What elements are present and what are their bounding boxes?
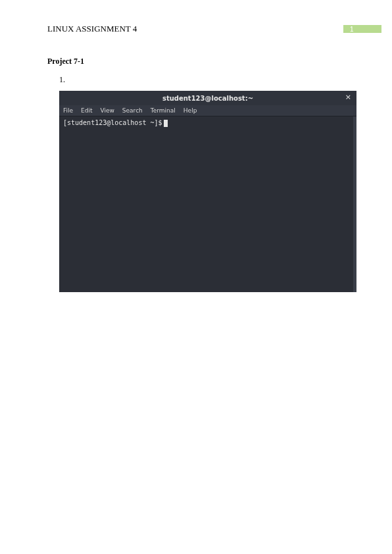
terminal-titlebar: student123@localhost:~ × bbox=[59, 91, 356, 105]
project-heading: Project 7-1 bbox=[47, 57, 84, 66]
menu-file[interactable]: File bbox=[63, 107, 73, 114]
menu-view[interactable]: View bbox=[101, 107, 114, 114]
page-header: LINUX ASSIGNMENT 4 1 bbox=[47, 24, 381, 34]
menu-terminal[interactable]: Terminal bbox=[151, 107, 176, 114]
close-icon[interactable]: × bbox=[345, 93, 351, 101]
terminal-scrollbar[interactable] bbox=[353, 116, 356, 292]
menu-help[interactable]: Help bbox=[184, 107, 197, 114]
cursor-icon bbox=[164, 120, 168, 127]
terminal-body[interactable]: [student123@localhost ~]$ bbox=[59, 116, 356, 292]
terminal-menubar: File Edit View Search Terminal Help bbox=[59, 105, 356, 116]
document-title: LINUX ASSIGNMENT 4 bbox=[47, 24, 137, 34]
terminal-title: student123@localhost:~ bbox=[162, 95, 253, 102]
terminal-window: student123@localhost:~ × File Edit View … bbox=[59, 91, 356, 292]
page-number-badge: 1 bbox=[343, 25, 381, 33]
menu-edit[interactable]: Edit bbox=[81, 107, 92, 114]
list-item-number: 1. bbox=[59, 75, 65, 85]
terminal-prompt: [student123@localhost ~]$ bbox=[63, 119, 162, 127]
menu-search[interactable]: Search bbox=[122, 107, 143, 114]
terminal-prompt-line: [student123@localhost ~]$ bbox=[63, 119, 353, 127]
